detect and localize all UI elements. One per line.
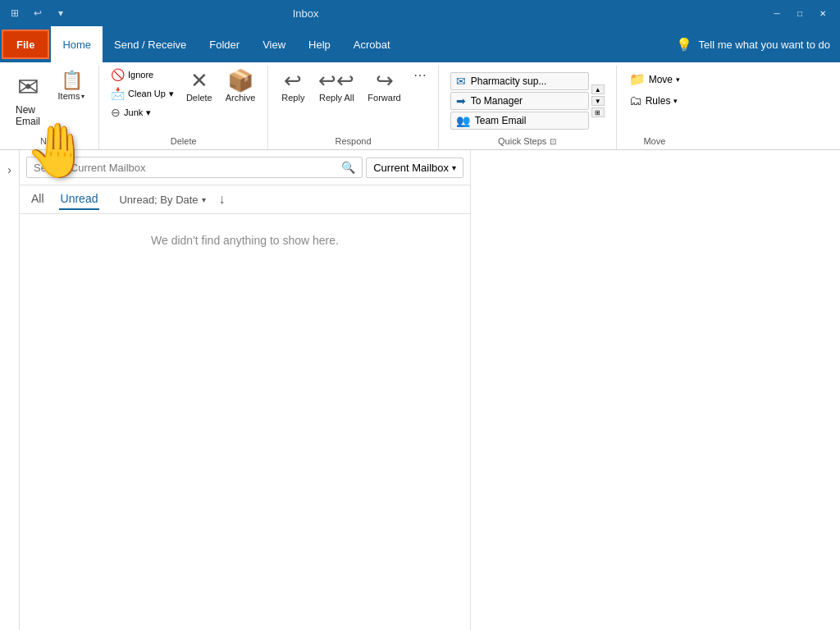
manager-icon: ➡: [456, 94, 466, 107]
help-menu[interactable]: Help: [297, 26, 342, 62]
search-input[interactable]: [34, 162, 341, 174]
mailbox-dropdown-arrow: ▾: [452, 163, 456, 172]
title-bar-icons: ⊞ ↩ ▾: [7, 5, 69, 21]
quick-steps-label: Quick Steps ⊡: [445, 133, 609, 149]
quick-steps-items: ✉ Pharmacity sup... ➡ To Manager 👥 Team …: [450, 72, 589, 130]
ribbon: 🤚 ✉ NewEmail 📋 Items ▾ New 🚫: [0, 62, 840, 150]
quick-steps-expand-icon[interactable]: ⊡: [550, 137, 556, 146]
archive-label: Archive: [226, 93, 256, 103]
search-input-wrap[interactable]: 🔍: [26, 157, 363, 178]
rules-label: Rules: [646, 95, 671, 107]
tell-me-text: Tell me what you want to do: [699, 39, 830, 51]
junk-dropdown: ▾: [146, 107, 151, 118]
move-label: Move: [649, 74, 673, 85]
reply-all-icon: ↩↩: [318, 70, 354, 91]
new-items-button[interactable]: 📋 Items ▾: [51, 66, 92, 105]
quick-step-manager[interactable]: ➡ To Manager: [450, 92, 589, 110]
qs-expand[interactable]: ⊞: [591, 107, 605, 117]
expand-icon: ›: [7, 163, 11, 176]
file-menu[interactable]: File: [2, 30, 49, 59]
filter-tabs: All Unread Unread; By Date ▾ ↓: [20, 185, 470, 214]
quick-steps-row: ✉ Pharmacity sup... ➡ To Manager 👥 Team …: [450, 72, 605, 130]
ignore-block-stack: 🚫 Ignore 📩 Clean Up ▾ ⊖ Junk ▾: [106, 66, 179, 121]
close-button[interactable]: ✕: [812, 2, 833, 24]
forward-label: Forward: [368, 93, 400, 103]
filter-tab-all[interactable]: All: [30, 189, 46, 210]
pharmacity-icon: ✉: [456, 75, 466, 88]
clean-button[interactable]: 📩 Clean Up ▾: [106, 84, 179, 103]
lightbulb-icon: 💡: [676, 37, 692, 52]
more-icon: ⋯: [413, 69, 427, 82]
window-controls: ─ □ ✕: [766, 2, 833, 24]
ignore-button[interactable]: 🚫 Ignore: [106, 66, 179, 84]
new-items-dropdown-arrow: ▾: [81, 93, 84, 100]
mailbox-dropdown[interactable]: Current Mailbox ▾: [366, 158, 463, 178]
move-button[interactable]: 📁 Move ▾: [623, 69, 686, 89]
delete-label: Delete: [186, 93, 212, 103]
forward-button[interactable]: ↪ Forward: [362, 66, 406, 107]
qs-scroll-up[interactable]: ▲: [591, 84, 605, 94]
reply-icon: ↩: [284, 70, 302, 91]
outlook-grid-icon: ⊞: [7, 5, 23, 21]
mail-list-panel: 🔍 Current Mailbox ▾ All Unread Unread; B…: [20, 150, 471, 630]
ribbon-group-new: ✉ NewEmail 📋 Items ▾ New: [0, 66, 99, 149]
acrobat-menu[interactable]: Acrobat: [342, 26, 402, 62]
delete-icon: ✕: [190, 70, 208, 91]
delete-button[interactable]: ✕ Delete: [180, 66, 218, 107]
empty-state: We didn't find anything to show here.: [20, 214, 470, 267]
filter-sort-dropdown[interactable]: Unread; By Date ▾: [119, 194, 205, 206]
clean-dropdown: ▾: [169, 89, 174, 99]
folder-menu[interactable]: Folder: [198, 26, 251, 62]
qs-scroll-down[interactable]: ▼: [591, 96, 605, 106]
rules-button[interactable]: 🗂 Rules ▾: [623, 91, 684, 111]
undo-icon[interactable]: ↩: [30, 5, 46, 21]
rules-dropdown: ▾: [673, 97, 678, 105]
ignore-icon: 🚫: [111, 68, 125, 81]
quick-step-team[interactable]: 👥 Team Email: [450, 112, 589, 130]
quick-access-dropdown-icon[interactable]: ▾: [52, 5, 69, 21]
quick-step-pharmacity[interactable]: ✉ Pharmacity sup...: [450, 72, 589, 90]
reply-button[interactable]: ↩ Reply: [275, 66, 311, 107]
archive-icon: 📦: [227, 70, 253, 91]
sort-direction-button[interactable]: ↓: [219, 192, 226, 207]
maximize-button[interactable]: □: [789, 2, 810, 24]
mailbox-label: Current Mailbox: [373, 162, 449, 174]
team-icon: 👥: [456, 114, 470, 127]
junk-icon: ⊖: [111, 106, 121, 119]
new-email-label: NewEmail: [16, 104, 40, 127]
tell-me-area[interactable]: 💡 Tell me what you want to do: [666, 26, 840, 62]
new-group-buttons: ✉ NewEmail 📋 Items ▾: [7, 66, 92, 133]
reply-all-button[interactable]: ↩↩ Reply All: [313, 66, 360, 107]
new-items-label: Items ▾: [58, 91, 85, 101]
respond-group-buttons: ↩ Reply ↩↩ Reply All ↪ Forward ⋯: [275, 66, 431, 133]
sort-dropdown-arrow: ▾: [202, 195, 206, 204]
home-menu[interactable]: Home: [51, 26, 103, 62]
junk-button[interactable]: ⊖ Junk ▾: [106, 103, 179, 121]
view-menu[interactable]: View: [251, 26, 297, 62]
quick-steps-list: ✉ Pharmacity sup... ➡ To Manager 👥 Team …: [445, 69, 609, 130]
new-group-label: New: [7, 133, 92, 149]
pharmacity-label: Pharmacity sup...: [471, 75, 547, 87]
move-dropdown: ▾: [676, 75, 680, 84]
delete-group-buttons: 🚫 Ignore 📩 Clean Up ▾ ⊖ Junk ▾ ✕ Delete: [106, 66, 261, 133]
archive-button[interactable]: 📦 Archive: [220, 66, 262, 107]
empty-state-message: We didn't find anything to show here.: [151, 234, 339, 247]
more-respond-button[interactable]: ⋯: [409, 66, 431, 87]
filter-tab-unread[interactable]: Unread: [59, 189, 100, 210]
move-group-buttons: 📁 Move ▾ 🗂 Rules ▾: [623, 66, 686, 133]
search-bar: 🔍 Current Mailbox ▾: [20, 150, 470, 185]
minimize-button[interactable]: ─: [766, 2, 788, 24]
clean-icon: 📩: [111, 87, 125, 100]
sidebar-toggle-button[interactable]: ›: [0, 150, 20, 630]
ribbon-group-delete: 🚫 Ignore 📩 Clean Up ▾ ⊖ Junk ▾ ✕ Delete: [99, 66, 268, 149]
new-email-button[interactable]: ✉ NewEmail: [7, 66, 49, 133]
move-group-label: Move: [623, 133, 686, 149]
ribbon-group-respond: ↩ Reply ↩↩ Reply All ↪ Forward ⋯ Respond: [268, 66, 438, 149]
ribbon-group-move: 📁 Move ▾ 🗂 Rules ▾ Move: [617, 66, 692, 149]
new-items-icon: 📋: [61, 70, 83, 91]
delete-group-label: Delete: [106, 133, 261, 149]
team-label: Team Email: [475, 115, 527, 126]
send-receive-menu[interactable]: Send / Receive: [103, 26, 198, 62]
new-email-icon: ✉: [17, 71, 39, 103]
title-bar: ⊞ ↩ ▾ Inbox ─ □ ✕: [0, 0, 840, 26]
